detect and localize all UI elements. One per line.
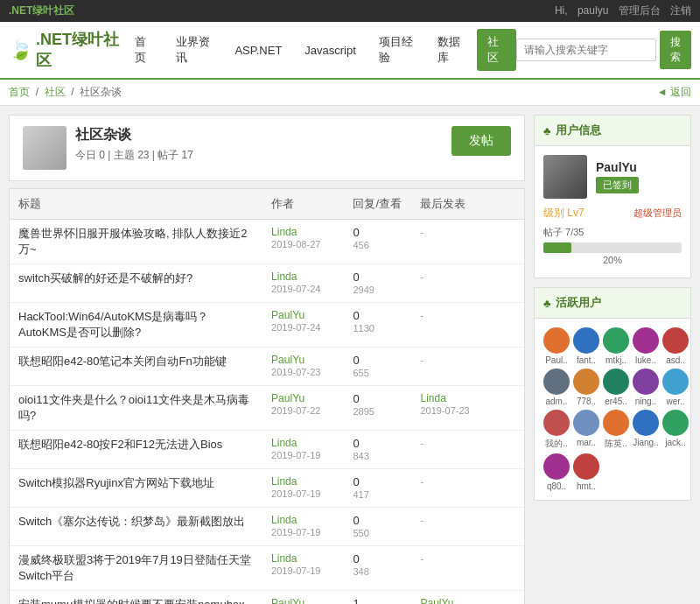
active-user-item[interactable]: mar.. bbox=[573, 410, 599, 450]
active-user-name: Jiang.. bbox=[633, 438, 659, 447]
topic-link[interactable]: 联想昭阳e42-80笔记本关闭自动Fn功能键 bbox=[18, 355, 227, 368]
active-user-name: mtkj.. bbox=[603, 355, 629, 365]
active-user-avatar bbox=[662, 369, 689, 395]
breadcrumb-current: 社区杂谈 bbox=[80, 86, 122, 98]
view-count: 2949 bbox=[353, 284, 374, 295]
table-row: 魔兽世界怀旧服开服体验攻略, 排队人数接近2万~ Linda 2019-08-2… bbox=[10, 220, 524, 264]
nav-projects[interactable]: 项目经验 bbox=[368, 29, 425, 71]
active-user-item[interactable]: ning.. bbox=[633, 369, 659, 406]
post-date: 2019-07-19 bbox=[271, 527, 320, 537]
topic-author-cell: PaulYu 2019-07-23 bbox=[262, 348, 344, 386]
active-user-item[interactable]: fant.. bbox=[573, 327, 599, 365]
topic-link[interactable]: HackTool:Win64/AutoKMS是病毒吗？AutoKMS是否可以删除… bbox=[18, 310, 208, 339]
active-user-avatar bbox=[543, 369, 570, 395]
topic-link[interactable]: switch买破解的好还是不破解的好? bbox=[18, 271, 192, 284]
topic-last-cell: - bbox=[411, 220, 524, 264]
active-user-name: fant.. bbox=[573, 355, 599, 365]
topbar-logout[interactable]: 注销 bbox=[670, 4, 691, 17]
author-name: Linda bbox=[271, 552, 297, 565]
author-name: PaulYu bbox=[271, 309, 304, 321]
active-user-item[interactable]: 778.. bbox=[573, 369, 599, 406]
nav-industry[interactable]: 业界资讯 bbox=[165, 29, 222, 71]
active-user-item[interactable]: q80.. bbox=[543, 453, 570, 491]
search-button[interactable]: 搜索 bbox=[660, 31, 691, 69]
reply-count: 0 bbox=[353, 437, 359, 450]
nav-database[interactable]: 数据库 bbox=[427, 29, 475, 71]
nav-home[interactable]: 首页 bbox=[124, 29, 164, 71]
topic-title-cell: oioi11文件夹是什么？oioi11文件夹是木马病毒吗? bbox=[10, 386, 262, 431]
user-info-body: PaulYu 已签到 级别 Lv7 超级管理员 帖子 7/35 20% bbox=[535, 146, 690, 277]
view-count: 550 bbox=[353, 528, 368, 538]
table-row: oioi11文件夹是什么？oioi11文件夹是木马病毒吗? PaulYu 201… bbox=[10, 386, 524, 431]
active-user-name: jack.. bbox=[662, 438, 689, 447]
topic-title-cell: 联想昭阳e42-80笔记本关闭自动Fn功能键 bbox=[10, 348, 262, 386]
no-last: - bbox=[420, 515, 424, 525]
topic-author-cell: PaulYu 2019-07-22 bbox=[262, 386, 344, 431]
nav-aspnet[interactable]: ASP.NET bbox=[224, 39, 292, 62]
active-user-item[interactable]: 我的.. bbox=[543, 410, 570, 450]
topic-link[interactable]: Switch《塞尔达传说：织梦岛》最新截图放出 bbox=[18, 515, 245, 528]
topic-link[interactable]: Switch模拟器Ryujinx官方网站下载地址 bbox=[18, 476, 214, 489]
author-name: Linda bbox=[271, 270, 297, 283]
active-user-name: luke.. bbox=[633, 355, 659, 365]
topic-title-cell: 魔兽世界怀旧服开服体验攻略, 排队人数接近2万~ bbox=[10, 220, 262, 264]
forum-table: 标题 作者 回复/查看 最后发表 魔兽世界怀旧服开服体验攻略, 排队人数接近2万… bbox=[9, 188, 525, 604]
topic-last-cell: Linda2019-07-23 bbox=[411, 386, 524, 431]
author-name: Linda bbox=[271, 475, 297, 488]
active-users-card-title: ♣ 活跃用户 bbox=[535, 288, 690, 319]
topic-link[interactable]: 漫威终极联盟3将于2019年7月19日登陆任天堂Switch平台 bbox=[18, 553, 251, 582]
active-user-item[interactable]: asd.. bbox=[662, 327, 689, 365]
active-user-item[interactable]: adm.. bbox=[543, 369, 570, 406]
nav-javascript[interactable]: Javascript bbox=[294, 39, 367, 62]
topbar-admin[interactable]: 管理后台 bbox=[619, 4, 661, 17]
topic-link[interactable]: 联想昭阳e42-80按F2和F12无法进入Bios bbox=[18, 438, 222, 451]
post-button[interactable]: 发帖 bbox=[452, 126, 511, 156]
site-name-topbar: .NET绿叶社区 bbox=[9, 4, 74, 18]
topic-link[interactable]: 安装mumu模拟器的时候要不要安装nemubox呢? bbox=[18, 598, 245, 604]
active-user-item[interactable]: er45.. bbox=[603, 369, 629, 406]
active-user-item[interactable]: wer.. bbox=[662, 369, 689, 406]
reply-count: 0 bbox=[353, 354, 359, 367]
active-user-item[interactable]: luke.. bbox=[633, 327, 659, 365]
active-user-avatar bbox=[603, 327, 629, 354]
active-user-item[interactable]: Paul.. bbox=[543, 327, 570, 365]
active-user-item[interactable]: jack.. bbox=[662, 410, 689, 450]
active-user-item[interactable]: 陈英.. bbox=[603, 410, 629, 450]
leaf-icon: 🍃 bbox=[9, 39, 32, 61]
active-user-name: mar.. bbox=[573, 438, 599, 447]
topic-author-cell: Linda 2019-08-27 bbox=[262, 220, 344, 264]
view-count: 843 bbox=[353, 451, 368, 461]
top-bar: .NET绿叶社区 Hi, paulyu 管理后台 注销 bbox=[0, 0, 700, 22]
breadcrumb-home[interactable]: 首页 bbox=[9, 86, 30, 98]
active-user-item[interactable]: Jiang.. bbox=[633, 410, 659, 450]
user-role: 超级管理员 bbox=[634, 207, 682, 220]
topic-last-cell: - bbox=[411, 508, 524, 546]
topic-link[interactable]: 魔兽世界怀旧服开服体验攻略, 排队人数接近2万~ bbox=[18, 227, 247, 256]
no-last: - bbox=[420, 438, 424, 448]
active-users-label: 活跃用户 bbox=[556, 295, 601, 311]
main-layout: 社区杂谈 今日 0 | 主题 23 | 帖子 17 发帖 标题 作者 回复/查看… bbox=[0, 106, 700, 604]
topic-replies-cell: 0 456 bbox=[344, 220, 411, 264]
active-user-item[interactable]: mtkj.. bbox=[603, 327, 629, 365]
active-user-name: 778.. bbox=[573, 397, 599, 406]
active-user-item[interactable]: hmt.. bbox=[573, 453, 599, 491]
reply-count: 1 bbox=[353, 597, 359, 604]
active-user-avatar bbox=[543, 327, 570, 354]
nav-community[interactable]: 社区 bbox=[477, 29, 516, 71]
search-input[interactable] bbox=[516, 39, 656, 61]
last-author: Linda bbox=[420, 392, 445, 404]
breadcrumb-community[interactable]: 社区 bbox=[45, 86, 66, 98]
active-user-avatar bbox=[543, 453, 570, 480]
author-name: Linda bbox=[271, 226, 297, 238]
signed-badge: 已签到 bbox=[596, 177, 639, 193]
active-user-avatar bbox=[633, 410, 659, 436]
active-user-avatar bbox=[633, 327, 659, 354]
logo[interactable]: 🍃 .NET绿叶社区 bbox=[9, 29, 124, 71]
active-user-name: 陈英.. bbox=[603, 438, 629, 450]
active-users-grid: Paul.. fant.. mtkj.. luke.. asd.. adm.. … bbox=[543, 327, 682, 491]
topic-link[interactable]: oioi11文件夹是什么？oioi11文件夹是木马病毒吗? bbox=[18, 393, 249, 422]
back-button[interactable]: ◄ 返回 bbox=[657, 85, 691, 100]
col-title-header: 标题 bbox=[10, 189, 262, 220]
topbar-username[interactable]: paulyu bbox=[578, 4, 608, 17]
topic-author-cell: Linda 2019-07-24 bbox=[262, 264, 344, 303]
